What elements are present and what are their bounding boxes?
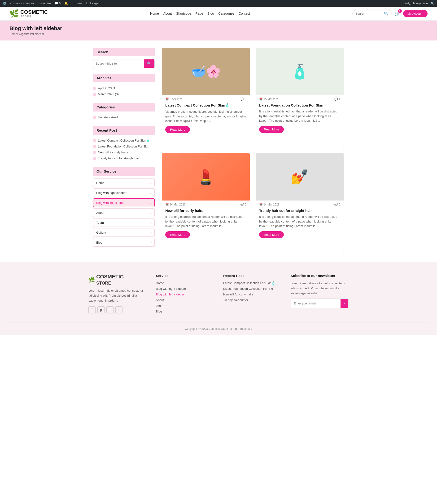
footer-col-recent: Recent Post Latest Compact Collection Fo… [223, 274, 281, 315]
blog-card-date-4: 📅 14 Mar 2023 [259, 203, 279, 206]
main-content: Search 🔍 Archives April 2023 (1) March 2… [89, 48, 348, 252]
page-title: Blog with left sidebar [10, 25, 427, 31]
recent-post-item[interactable]: New olil for curly hairs [93, 149, 155, 155]
footer-link-item: Blog with right sidebar [156, 287, 214, 290]
service-link-blog-left[interactable]: Blog with left sidebar › [93, 198, 155, 207]
blog-card-body-2: Latest Foundation Collection For Skin It… [256, 101, 344, 136]
footer-recent-item: Latest Foundation Collection For Skin [223, 287, 281, 290]
footer-recent-link-1[interactable]: Latest Compact Collection For Skin🧴 [223, 281, 275, 285]
footer-link-about[interactable]: About [156, 298, 164, 302]
admin-search-icon[interactable]: 🔍 [431, 2, 434, 5]
recent-post-item[interactable]: Trendy hair cut for straight hair [93, 155, 155, 161]
logo[interactable]: 🌿 COSMETIC STORE [10, 9, 48, 18]
recent-post-list: Latest Compact Collection For Skin🧴 Late… [93, 138, 155, 161]
service-item: Home › [93, 178, 155, 187]
blog-card-4: 📅 14 Mar 2023 💬 0 Trendy hair cut for st… [256, 153, 344, 252]
service-widget: Our Service Home › Blog with right sideb… [93, 167, 155, 247]
service-link-team[interactable]: Team › [93, 218, 155, 227]
blog-card-date-1: 📅 3 Apr 2023 [165, 98, 183, 101]
archive-item[interactable]: March 2023 (3) [93, 91, 155, 97]
service-link-about[interactable]: About › [93, 208, 155, 217]
service-item: Team › [93, 218, 155, 227]
read-more-button-3[interactable]: Read More [165, 231, 190, 238]
blog-card-image-3 [162, 153, 250, 201]
read-more-button-2[interactable]: Read More [259, 126, 284, 133]
nav-shortcode[interactable]: Shortcode [176, 12, 191, 15]
recent-post-item[interactable]: Latest Compact Collection For Skin🧴 [93, 138, 155, 144]
header-search-button[interactable]: 🔍 [384, 11, 388, 16]
footer-link-blog-right[interactable]: Blog with right sidebar [156, 287, 186, 290]
nav-home[interactable]: Home [150, 12, 159, 15]
header-right: 🔍 🛒 0 My Account [352, 10, 427, 17]
archive-item[interactable]: April 2023 (1) [93, 85, 155, 91]
admin-site-name[interactable]: cosmetic-store-pro [10, 2, 34, 5]
service-link-blog-right[interactable]: Blog with right sidebar › [93, 188, 155, 197]
admin-comments[interactable]: 💬 6 [55, 2, 60, 5]
footer-recent-link-3[interactable]: New olil for curly hairs [223, 293, 253, 296]
read-more-button-4[interactable]: Read More [259, 231, 284, 238]
blog-card-date-3: 📅 14 Mar 2023 [165, 203, 186, 206]
archive-list: April 2023 (1) March 2023 (3) [93, 85, 155, 97]
social-pinterest[interactable]: p [98, 306, 105, 313]
social-instagram[interactable]: i [106, 306, 113, 313]
site-header: 🌿 COSMETIC STORE Home About Shortcode Pa… [0, 7, 437, 21]
blog-card-2: 📅 15 Mar 2023 💬 1 Latest Foundation Coll… [256, 48, 344, 147]
archives-widget: Archives April 2023 (1) March 2023 (3) [93, 74, 155, 97]
admin-customize[interactable]: Customize [37, 2, 51, 5]
footer-col-service: Service Home Blog with right sidebar Blo… [156, 274, 214, 315]
footer-link-blog-left[interactable]: Blog with left sidebar [156, 293, 184, 296]
footer-bottom: Copyright @ 2023 Cosmetic Store All Righ… [10, 322, 427, 330]
nav-about[interactable]: About [163, 12, 172, 15]
header-search-box: 🔍 [352, 10, 392, 17]
blog-card-title-3: New olil for curly hairs [165, 209, 246, 213]
admin-bar: ⚙️ cosmetic-store-pro Customize 💬 6 🔔 0 … [0, 0, 437, 7]
service-link-blog[interactable]: Blog › [93, 238, 155, 247]
blog-card-date-2: 📅 15 Mar 2023 [259, 98, 279, 101]
footer-link-home[interactable]: Home [156, 281, 164, 285]
header-search-input[interactable] [355, 12, 384, 15]
service-link-gallery[interactable]: Gallery › [93, 228, 155, 237]
sidebar: Search 🔍 Archives April 2023 (1) March 2… [93, 48, 155, 252]
admin-new[interactable]: + New [74, 2, 82, 5]
footer-recent-title: Recent Post [223, 274, 281, 278]
site-footer: 🌿 COSMETICSTORE Lorem ipsum dolor sit am… [0, 262, 437, 335]
blog-card-3: 📅 14 Mar 2023 💬 0 New olil for curly hai… [162, 153, 250, 252]
categories-widget-title: Categories [93, 103, 155, 112]
footer-link-team[interactable]: Team [156, 304, 163, 308]
newsletter-desc: Lorem ipsum dolor sit amet, consectetur … [291, 281, 348, 296]
footer-link-item: Home [156, 281, 214, 285]
admin-updates[interactable]: 🔔 0 [64, 2, 70, 5]
read-more-button-1[interactable]: Read More [165, 126, 190, 133]
nav-page[interactable]: Page [196, 12, 203, 15]
footer-recent-link-2[interactable]: Latest Foundation Collection For Skin [223, 287, 275, 290]
social-linkedin[interactable]: in [115, 306, 122, 313]
sidebar-search-box: 🔍 [93, 59, 155, 68]
newsletter-email-input[interactable] [291, 299, 340, 308]
blog-card-image-2 [256, 48, 344, 95]
category-item[interactable]: Uncategorized [93, 114, 155, 120]
nav-categories[interactable]: Categories [218, 12, 234, 15]
blog-card-excerpt-4: It is a long established fact that a rea… [259, 215, 340, 228]
social-facebook[interactable]: f [89, 306, 96, 313]
service-link-home[interactable]: Home › [93, 178, 155, 187]
footer-recent-item: Trendy hair cut for [223, 298, 281, 302]
footer-recent-link-4[interactable]: Trendy hair cut for [223, 298, 248, 302]
footer-col-logo: 🌿 COSMETICSTORE Lorem ipsum dolor sit am… [89, 274, 146, 315]
admin-edit-page[interactable]: Edit Page [86, 2, 98, 5]
blog-card-meta-4: 📅 14 Mar 2023 💬 0 [256, 201, 344, 206]
footer-link-blog[interactable]: Blog [156, 310, 162, 313]
newsletter-submit-button[interactable]: › [340, 299, 348, 308]
nav-contact[interactable]: Contact [238, 12, 250, 15]
search-widget: Search 🔍 [93, 48, 155, 68]
categories-list: Uncategorized [93, 114, 155, 120]
sidebar-search-button[interactable]: 🔍 [144, 59, 154, 68]
service-widget-title: Our Service [93, 167, 155, 176]
page-hero: Blog with left sidebar Home/Blog with le… [0, 21, 437, 41]
blog-card-title-2: Latest Foundation Collection For Skin [259, 103, 340, 107]
blog-card-comments-1: 💬 0 [240, 98, 246, 101]
recent-post-item[interactable]: Latest Foundation Collection For Skin [93, 144, 155, 149]
nav-blog[interactable]: Blog [207, 12, 214, 15]
sidebar-search-input[interactable] [93, 60, 144, 67]
my-account-button[interactable]: My Account [403, 10, 427, 17]
cart-button[interactable]: 🛒 0 [394, 11, 400, 16]
